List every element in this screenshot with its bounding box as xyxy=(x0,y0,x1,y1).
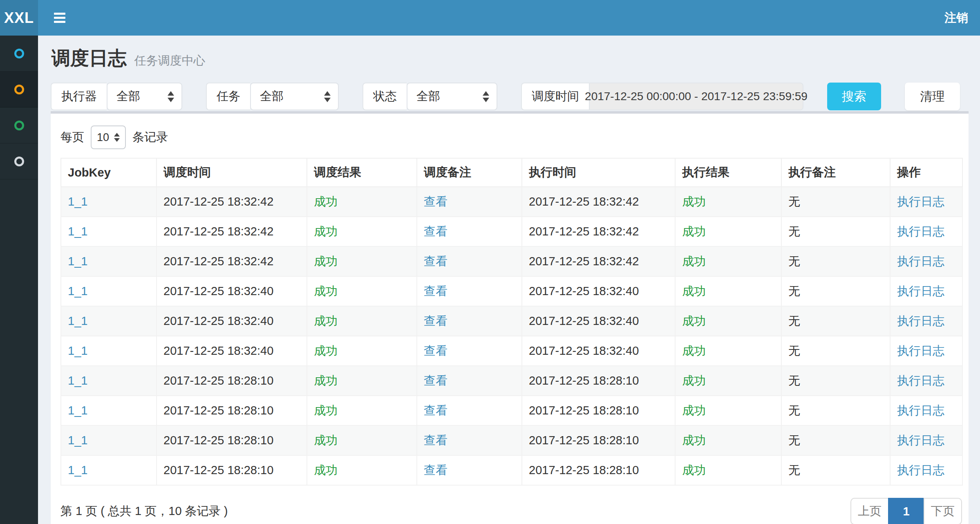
next-page-button[interactable]: 下页 xyxy=(924,498,962,524)
exec-log-link[interactable]: 执行日志 xyxy=(897,404,944,417)
jobkey-link[interactable]: 1_1 xyxy=(68,434,87,447)
trigger-msg-link[interactable]: 查看 xyxy=(424,374,447,387)
cell-jobkey-link: 1_1 xyxy=(61,396,157,425)
exec-log-link[interactable]: 执行日志 xyxy=(897,284,944,298)
cell-trigger-result: 成功 xyxy=(307,425,417,455)
prev-page-button[interactable]: 上页 xyxy=(850,498,889,524)
cell-handle-result: 成功 xyxy=(675,276,781,306)
exec-log-link[interactable]: 执行日志 xyxy=(897,255,944,268)
handle-time: 2017-12-25 18:32:40 xyxy=(529,284,639,298)
cell-handle-result: 成功 xyxy=(675,306,781,336)
page-title: 调度日志 xyxy=(51,47,127,69)
trigger-msg-link[interactable]: 查看 xyxy=(424,434,447,447)
logout-link[interactable]: 注销 xyxy=(944,10,968,26)
cell-exec-log-link: 执行日志 xyxy=(890,187,962,217)
jobkey-link[interactable]: 1_1 xyxy=(68,344,87,357)
handle-time: 2017-12-25 18:32:40 xyxy=(529,314,639,327)
trigger-msg-link[interactable]: 查看 xyxy=(424,255,447,268)
cell-trigger-time: 2017-12-25 18:32:42 xyxy=(157,187,307,217)
sidebar-item-2[interactable] xyxy=(0,72,38,107)
handle-msg: 无 xyxy=(788,344,800,357)
exec-log-link[interactable]: 执行日志 xyxy=(897,464,944,477)
handle-time: 2017-12-25 18:32:42 xyxy=(529,225,639,238)
cell-handle-msg: 无 xyxy=(781,276,890,306)
handle-time: 2017-12-25 18:28:10 xyxy=(529,404,639,417)
trigger-msg-link[interactable]: 查看 xyxy=(424,464,447,477)
cell-trigger-time: 2017-12-25 18:28:10 xyxy=(157,455,307,485)
table-row: 1_12017-12-25 18:28:10成功查看2017-12-25 18:… xyxy=(61,425,962,455)
cell-handle-time: 2017-12-25 18:32:42 xyxy=(522,217,675,246)
handle-msg: 无 xyxy=(788,195,800,208)
cell-handle-msg: 无 xyxy=(781,336,890,366)
trigger-msg-link[interactable]: 查看 xyxy=(424,284,447,298)
cell-trigger-time: 2017-12-25 18:32:42 xyxy=(157,246,307,276)
select-arrows-icon xyxy=(483,91,489,102)
jobkey-link[interactable]: 1_1 xyxy=(68,314,87,327)
trigger-result: 成功 xyxy=(314,404,338,417)
exec-log-link[interactable]: 执行日志 xyxy=(897,374,944,387)
cell-handle-result: 成功 xyxy=(675,246,781,276)
trigger-msg-link[interactable]: 查看 xyxy=(424,195,447,208)
sidebar-toggle-button[interactable] xyxy=(51,10,68,25)
jobkey-link[interactable]: 1_1 xyxy=(68,284,87,298)
cell-trigger-msg-link: 查看 xyxy=(417,306,522,336)
cell-trigger-msg-link: 查看 xyxy=(417,187,522,217)
cell-trigger-msg-link: 查看 xyxy=(417,276,522,306)
pagination: 上页 1 下页 xyxy=(850,498,962,524)
current-page-button[interactable]: 1 xyxy=(888,498,924,524)
cell-handle-time: 2017-12-25 18:32:40 xyxy=(522,336,675,366)
cell-trigger-result: 成功 xyxy=(307,396,417,425)
time-range-input[interactable]: 2017-12-25 00:00:00 - 2017-12-25 23:59:5… xyxy=(589,83,803,110)
cell-handle-result: 成功 xyxy=(675,187,781,217)
page-size-select[interactable]: 10 xyxy=(91,125,126,149)
exec-log-link[interactable]: 执行日志 xyxy=(897,344,944,357)
cell-handle-time: 2017-12-25 18:28:10 xyxy=(522,455,675,485)
exec-log-link[interactable]: 执行日志 xyxy=(897,195,944,208)
search-button[interactable]: 搜索 xyxy=(827,83,881,110)
exec-log-link[interactable]: 执行日志 xyxy=(897,434,944,447)
handle-time: 2017-12-25 18:28:10 xyxy=(529,374,639,387)
cell-exec-log-link: 执行日志 xyxy=(890,366,962,396)
jobkey-link[interactable]: 1_1 xyxy=(68,464,87,477)
table-row: 1_12017-12-25 18:32:40成功查看2017-12-25 18:… xyxy=(61,276,962,306)
exec-log-link[interactable]: 执行日志 xyxy=(897,314,944,327)
trigger-time: 2017-12-25 18:28:10 xyxy=(163,374,273,387)
trigger-msg-link[interactable]: 查看 xyxy=(424,344,447,357)
trigger-msg-link[interactable]: 查看 xyxy=(424,404,447,417)
cell-handle-result: 成功 xyxy=(675,336,781,366)
jobkey-link[interactable]: 1_1 xyxy=(68,374,87,387)
jobkey-link[interactable]: 1_1 xyxy=(68,255,87,268)
select-arrows-icon xyxy=(168,91,174,102)
trigger-time: 2017-12-25 18:28:10 xyxy=(163,434,273,447)
cell-exec-log-link: 执行日志 xyxy=(890,455,962,485)
status-filter-label: 状态 xyxy=(362,83,407,110)
page-size-row: 每页 10 条记录 xyxy=(60,126,959,149)
jobkey-link[interactable]: 1_1 xyxy=(68,404,87,417)
main-content: 调度日志 任务调度中心 执行器 全部 任务 全部 状态 xyxy=(38,36,980,524)
page-subtitle: 任务调度中心 xyxy=(134,54,205,67)
clear-button[interactable]: 清理 xyxy=(905,83,960,110)
cell-trigger-result: 成功 xyxy=(307,366,417,396)
executor-select-value: 全部 xyxy=(116,88,140,105)
jobkey-link[interactable]: 1_1 xyxy=(68,225,87,238)
trigger-msg-link[interactable]: 查看 xyxy=(424,225,447,238)
sidebar-item-3[interactable] xyxy=(0,107,38,143)
status-filter-group: 状态 全部 xyxy=(362,83,497,110)
executor-select[interactable]: 全部 xyxy=(107,83,182,110)
sidebar-item-4[interactable] xyxy=(0,143,38,179)
status-select[interactable]: 全部 xyxy=(407,83,497,110)
sidebar-item-1[interactable] xyxy=(0,36,38,72)
exec-log-link[interactable]: 执行日志 xyxy=(897,225,944,238)
trigger-msg-link[interactable]: 查看 xyxy=(424,314,447,327)
job-select[interactable]: 全部 xyxy=(250,83,339,110)
jobkey-link[interactable]: 1_1 xyxy=(68,195,87,208)
brand-logo[interactable]: XXL xyxy=(0,0,38,36)
circle-o-icon xyxy=(14,49,24,58)
cell-handle-time: 2017-12-25 18:28:10 xyxy=(522,425,675,455)
cell-jobkey-link: 1_1 xyxy=(61,366,157,396)
cell-trigger-msg-link: 查看 xyxy=(417,246,522,276)
app-window: XXL 注销 调度日志 任务调度中心 执行器 全部 任 xyxy=(0,0,980,524)
column-header: 调度时间 xyxy=(157,158,307,187)
job-select-value: 全部 xyxy=(260,88,284,105)
cell-trigger-msg-link: 查看 xyxy=(417,455,522,485)
